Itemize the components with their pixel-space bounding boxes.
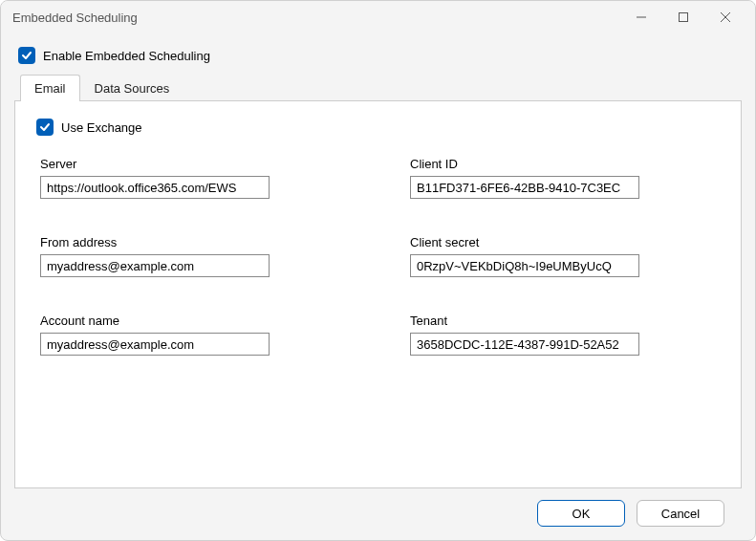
- svg-rect-1: [680, 13, 688, 22]
- dialog-body: Enable Embedded Scheduling Email Data So…: [1, 33, 755, 540]
- client-secret-field: Client secret: [410, 235, 684, 277]
- enable-label: Enable Embedded Scheduling: [43, 49, 210, 63]
- tenant-field: Tenant: [410, 314, 684, 356]
- account-name-field: Account name: [40, 314, 314, 356]
- account-name-label: Account name: [40, 314, 314, 328]
- window-title: Embedded Scheduling: [12, 11, 138, 25]
- client-secret-label: Client secret: [410, 235, 684, 249]
- account-name-input[interactable]: [40, 333, 270, 356]
- tab-data-sources[interactable]: Data Sources: [80, 75, 184, 101]
- fields-grid: Server Client ID From address Client sec…: [34, 157, 684, 356]
- from-address-field: From address: [40, 235, 314, 277]
- client-id-field: Client ID: [410, 157, 684, 199]
- tab-email[interactable]: Email: [20, 75, 80, 101]
- maximize-icon[interactable]: [675, 9, 692, 26]
- minimize-icon[interactable]: [633, 9, 650, 26]
- client-secret-input[interactable]: [410, 254, 639, 277]
- server-input[interactable]: [40, 176, 270, 199]
- tenant-input[interactable]: [410, 333, 639, 356]
- from-address-input[interactable]: [40, 254, 270, 277]
- use-exchange-row: Use Exchange: [36, 119, 722, 136]
- server-field: Server: [40, 157, 314, 199]
- close-icon[interactable]: [717, 9, 734, 26]
- dialog-window: Embedded Scheduling Enable Embedded Sche…: [0, 0, 756, 541]
- titlebar: Embedded Scheduling: [1, 1, 755, 33]
- use-exchange-checkbox[interactable]: [36, 119, 54, 136]
- client-id-label: Client ID: [410, 157, 684, 171]
- from-address-label: From address: [40, 235, 314, 249]
- cancel-button[interactable]: Cancel: [637, 500, 724, 527]
- server-label: Server: [40, 157, 314, 171]
- email-panel: Use Exchange Server Client ID From addre…: [14, 101, 742, 488]
- enable-checkbox[interactable]: [18, 47, 35, 64]
- enable-row: Enable Embedded Scheduling: [14, 41, 742, 74]
- use-exchange-label: Use Exchange: [61, 120, 142, 135]
- client-id-input[interactable]: [410, 176, 639, 199]
- tenant-label: Tenant: [410, 314, 684, 328]
- footer: OK Cancel: [14, 488, 742, 527]
- tabs: Email Data Sources: [14, 74, 742, 101]
- ok-button[interactable]: OK: [537, 500, 625, 527]
- window-controls: [633, 9, 744, 26]
